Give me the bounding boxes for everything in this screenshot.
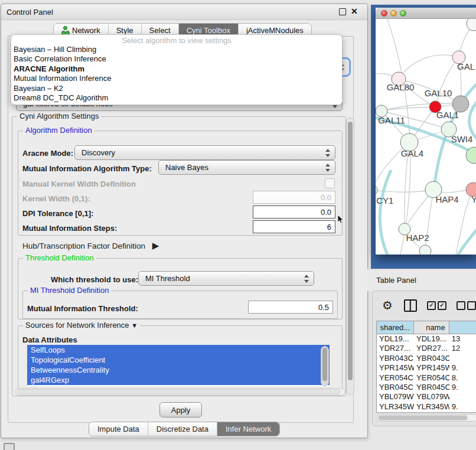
data-attributes-list[interactable]: SelfLoopsTopologicalCoefficientBetweenne… [27,345,330,386]
attribute-item[interactable]: gal4RGexp [27,375,330,385]
table-cell: 9. [449,412,476,413]
threshold-definition-title: Threshold Definition [23,253,96,262]
table-cell: YER054C [414,373,449,383]
table-hscrollbar-thumb[interactable] [378,415,468,420]
kernel-width-input[interactable] [253,191,335,204]
node-label: GAL10 [425,88,452,98]
settings-vscrollbar[interactable] [346,118,354,395]
stepper-icon [325,164,331,172]
network-node-gcy1[interactable] [376,184,377,196]
aracne-mode-combobox[interactable]: Discovery [74,145,335,160]
table-row[interactable]: YER054CYER054C8. [377,373,476,383]
settings-hscrollbar[interactable] [15,388,345,396]
node-label: HAP4 [435,194,458,204]
tab-impute-data[interactable]: Impute Data [89,422,148,436]
control-panel-title: Control Panel [6,8,53,17]
algorithm-option[interactable]: Bayesian – K2 [11,84,342,93]
node-label: GAL1 [436,110,459,120]
mi-threshold-group-title: MI Threshold Definition [28,286,111,295]
node-label: GAL4 [401,148,423,158]
control-panel-window: Control Panel ✕ Network Style Select Cyn… [1,4,368,438]
table-row[interactable]: YPR145WYPR145W9. [377,363,476,373]
algorithm-option[interactable]: Basic Correlation Inference [11,54,342,64]
table-cell: YDL19... [377,334,414,344]
hub-definition-expander[interactable]: Hub/Transcription Factor Definition ▶ [22,240,159,251]
network-edge [399,55,459,79]
table-cell: YBL079W [414,392,449,402]
apply-button[interactable]: Apply [159,402,202,418]
unchecked-pair-icon[interactable] [457,301,476,310]
network-canvas[interactable]: GALGAL80GAL10GAL1GAL11GAL4SWI4GCY1HAP4YH… [376,19,476,255]
table-cell: 9. [449,402,476,412]
which-threshold-combobox[interactable]: MI Threshold [138,271,314,286]
attribute-item[interactable]: TopologicalCoefficient [27,355,330,365]
table-cell [449,392,476,402]
network-svg: GALGAL80GAL10GAL1GAL11GAL4SWI4GCY1HAP4YH… [376,19,476,255]
mi-threshold-input[interactable] [248,301,333,314]
list-vscrollbar[interactable] [321,346,329,386]
column-header[interactable] [449,321,476,334]
split-columns-icon[interactable] [404,299,417,312]
table-row[interactable]: YBL079WYBL079W [377,392,476,402]
table-cell: YDR27... [414,344,449,353]
checked-pair-icon[interactable]: ✓✓ [427,301,446,310]
table-row[interactable]: YDR27...YDR27...12 [377,344,476,353]
node-table: shared...name YDL19...YDL19...13YDR27...… [376,321,476,413]
table-cell: 12 [449,344,476,353]
table-panel-titlebar: Table Panel [367,269,476,291]
table-cell: YBR043C [377,354,414,363]
node-label: GAL11 [378,115,405,125]
attribute-item[interactable]: BetweennessCentrality [27,365,330,375]
algorithm-option[interactable]: Bayesian – Hill Climbing [11,45,342,54]
network-node-partial-top[interactable] [467,19,476,31]
table-row[interactable]: YLR345WYLR345W9. [377,402,476,412]
network-view-window: GALGAL80GAL10GAL1GAL11GAL4SWI4GCY1HAP4YH… [376,8,476,255]
algorithm-option[interactable]: ARACNE Algorithm [11,64,342,74]
close-icon[interactable]: ✕ [351,6,358,16]
algorithm-option[interactable]: Dream8 DC_TDC Algorithm [11,93,342,103]
table-row[interactable]: YBR043CYBR043C [377,354,476,363]
tab-discretize-data[interactable]: Discretize Data [148,422,217,436]
list-vscrollbar-thumb[interactable] [322,348,327,381]
mi-type-combobox[interactable]: Naive Bayes [158,160,335,175]
manual-kernel-checkbox[interactable] [325,178,335,188]
table-row[interactable]: YDL19...YDL19...13 [377,334,476,344]
panel-grip-icon[interactable] [4,443,15,450]
table-hscrollbar[interactable] [376,414,476,422]
column-header[interactable]: name [414,321,449,334]
table-cell: YJL052C [414,412,449,413]
table-cell [449,354,476,363]
settings-group-title: Cyni Algorithm Settings [17,112,101,120]
table-row[interactable]: YBR045CYBR045C9. [377,383,476,392]
column-header[interactable]: shared... [377,321,414,334]
settings-hscrollbar-thumb[interactable] [17,389,341,394]
minimize-traffic-light[interactable] [390,10,397,17]
algorithm-list: Bayesian – Hill ClimbingBasic Correlatio… [11,45,342,103]
algorithm-dropdown-popup: Select algorithm to view settings Bayesi… [11,34,343,105]
table-cell: YBR045C [414,383,449,392]
settings-vscrollbar-thumb[interactable] [348,122,353,380]
bottom-tabbar: Impute Data Discretize Data Infer Networ… [89,422,280,436]
network-window-titlebar [376,8,476,19]
mi-type-label: Mutual Information Algorithm Type: [22,164,152,173]
tab-infer-network[interactable]: Infer Network [217,422,279,436]
float-window-icon[interactable] [339,8,346,15]
gear-icon[interactable]: ⚙ [382,298,393,312]
dpi-tolerance-input[interactable] [253,206,335,219]
network-node-partial-bottom[interactable] [419,245,431,255]
close-traffic-light[interactable] [381,10,387,17]
algorithm-definition-title: Algorithm Definition [23,126,94,135]
attribute-item[interactable]: SelfLoops [27,345,330,355]
table-cell: YJL052C [377,412,414,413]
table-panel-title: Table Panel [376,276,416,285]
table-row[interactable]: YJL052CYJL052C9. [377,412,476,413]
which-threshold-label: Which threshold to use: [51,275,138,284]
mouse-cursor [337,214,345,225]
sources-group-title[interactable]: Sources for Network Inference ▼ [23,321,140,330]
algorithm-option[interactable]: Mutual Information Inference [11,74,342,83]
zoom-traffic-light[interactable] [400,10,406,17]
table-cell: YDL19... [414,334,449,344]
mi-steps-input[interactable] [253,220,335,233]
table-cell: 13 [449,334,476,344]
dpi-tolerance-label: DPI Tolerance [0,1]: [22,209,93,218]
